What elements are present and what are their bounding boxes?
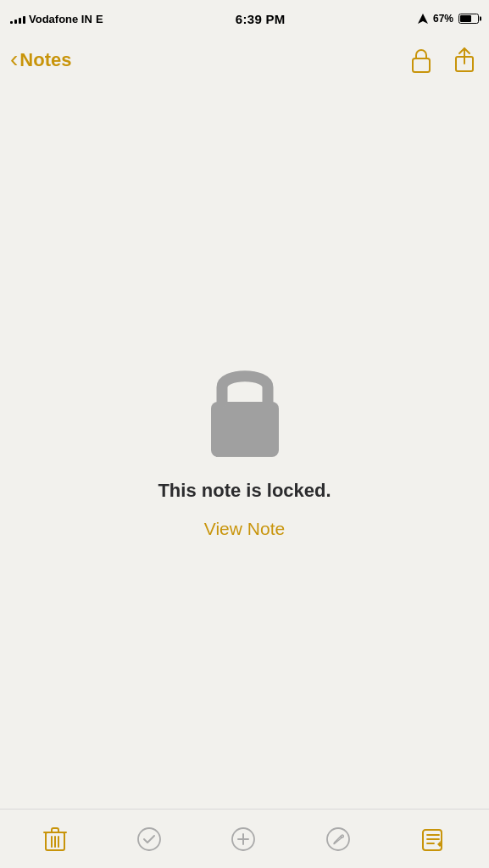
share-button[interactable] (450, 43, 479, 77)
location-icon (418, 14, 428, 24)
battery-fill (460, 15, 471, 22)
check-button[interactable] (130, 820, 169, 859)
svg-point-4 (138, 828, 160, 850)
battery-icon (458, 14, 479, 24)
status-right: 67% (418, 13, 479, 25)
bottom-toolbar (0, 809, 489, 868)
pen-button[interactable] (319, 820, 358, 859)
locked-title: This note is locked. (158, 480, 331, 502)
view-note-button[interactable]: View Note (204, 519, 285, 539)
signal-bars (10, 14, 25, 24)
back-chevron-icon: ‹ (10, 47, 18, 71)
back-label: Notes (19, 49, 71, 71)
main-content: This note is locked. View Note (0, 83, 489, 809)
nav-bar: ‹ Notes (0, 37, 489, 83)
pen-icon (325, 826, 351, 852)
nav-icons (406, 43, 479, 77)
battery-percent: 67% (433, 13, 453, 25)
share-icon (453, 47, 475, 74)
svg-rect-7 (423, 830, 442, 850)
lock-button[interactable] (406, 43, 436, 77)
status-time: 6:39 PM (236, 12, 286, 26)
locked-icon-svg (198, 355, 292, 461)
network-label: E (96, 13, 103, 25)
svg-rect-2 (211, 402, 279, 457)
carrier-label: Vodafone IN (29, 13, 92, 25)
delete-button[interactable] (36, 820, 74, 859)
large-lock-icon (194, 353, 296, 463)
back-button[interactable]: ‹ Notes (10, 49, 71, 71)
svg-rect-0 (413, 58, 430, 72)
lock-icon (409, 47, 433, 74)
edit-note-button[interactable] (414, 820, 453, 859)
edit-icon (420, 826, 446, 852)
add-button[interactable] (224, 820, 263, 859)
status-bar: Vodafone IN E 6:39 PM 67% (0, 0, 489, 37)
trash-icon (43, 826, 67, 852)
check-icon (136, 826, 162, 852)
plus-icon (231, 826, 256, 852)
status-left: Vodafone IN E (10, 13, 103, 25)
